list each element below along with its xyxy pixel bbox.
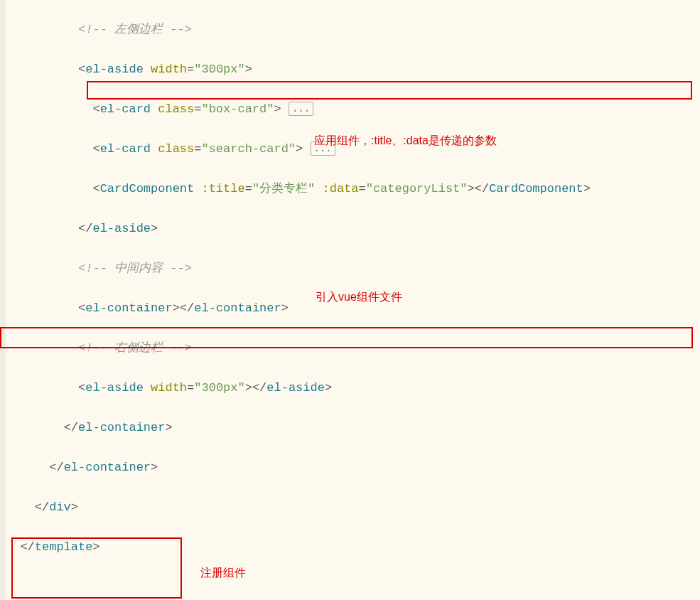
xml-tag: CardComponent [489,182,583,195]
xml-attr: class [158,142,194,156]
xml-tag: el-aside [85,63,144,76]
xml-attr: width [151,63,187,76]
xml-attr-value: "search-card" [201,142,296,156]
xml-attr: :data [322,182,358,195]
xml-tag: CardComponent [100,182,195,195]
xml-attr-value: "300px" [194,381,244,395]
xml-attr-value: "分类专栏" [252,182,315,195]
code-comment: <!-- 中间内容 --> [78,262,192,275]
xml-tag: el-aside [266,381,325,395]
annotation-text: 应用组件，:title、:data是传递的参数 [314,131,497,151]
code-comment: <!-- 右侧边栏 --> [78,341,192,355]
xml-attr: class [158,102,194,116]
xml-tag: el-container [85,301,172,315]
xml-close-tag: el-aside [92,222,151,235]
xml-tag: el-container [194,301,281,315]
xml-attr: width [151,381,187,395]
xml-tag: el-card [100,142,151,156]
editor-gutter [0,0,6,600]
annotation-text: 注册组件 [200,563,246,583]
xml-attr: :title [201,182,244,195]
xml-attr-value: "300px" [194,63,244,76]
xml-attr-value: "categoryList" [366,182,468,195]
xml-close-tag: el-container [78,421,165,434]
xml-tag: el-aside [85,381,144,395]
xml-tag: el-card [100,102,151,116]
fold-indicator[interactable]: ... [289,102,313,116]
xml-close-tag: template [35,540,93,554]
annotation-text: 引入vue组件文件 [316,287,402,307]
xml-close-tag: el-container [64,461,151,474]
xml-attr-value: "box-card" [201,102,274,116]
xml-close-tag: div [49,500,71,514]
code-comment: <!-- 左侧边栏 --> [78,23,192,36]
